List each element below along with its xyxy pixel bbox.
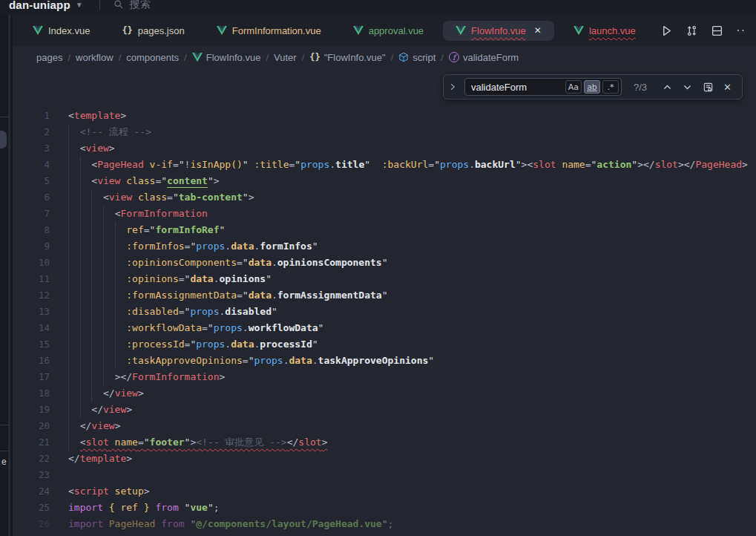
code-line-12[interactable]: 12:formAssignmentData="data.formAssignme… [13,287,756,304]
code-text: :formAssignmentData="data.formAssignment… [68,287,388,304]
title-bar: dan-uniapp ▼ 搜索 [0,0,756,15]
line-number: 25 [13,500,50,516]
breadcrumb-item[interactable]: fvalidateForm [449,52,519,63]
code-line-5[interactable]: 5<view class="content"> [13,173,756,189]
line-number: 22 [13,451,50,467]
code-line-1[interactable]: 1<template> [13,108,756,124]
code-line-4[interactable]: 4<PageHead v-if="!isInApp()" :title="pro… [13,157,756,173]
compare-changes-icon[interactable] [686,24,698,37]
breadcrumb-item[interactable]: components [126,52,179,63]
braces-icon: {} [122,25,132,36]
code-line-13[interactable]: 13:disabled="props.disabled" [13,304,756,320]
find-option-whole-word[interactable]: ab [584,80,600,94]
indent-guide [68,336,80,353]
breadcrumb-label: script [412,52,435,63]
code-line-26[interactable]: 26import PageHead from "@/components/lay… [13,516,756,532]
code-line-18[interactable]: 18</view> [13,385,756,402]
indent-guide [68,140,80,157]
code-line-11[interactable]: 11:opinions="data.opinions" [13,271,756,287]
indent-guide [68,402,80,418]
indent-guide [68,124,80,140]
sidebar-strip[interactable]: e [0,15,10,536]
indent-guide [103,222,115,238]
indent-guide [80,369,92,385]
indent-guide [115,238,127,255]
breadcrumb-item[interactable]: pages [36,52,62,63]
code-line-6[interactable]: 6<view class="tab-content"> [13,189,756,206]
code-editor[interactable]: validateForm Aaab.* ?/3 ✕ 1<template>2<!… [13,68,756,536]
find-in-selection-icon[interactable] [700,82,716,93]
project-selector[interactable]: dan-uniapp [9,0,70,11]
code-line-14[interactable]: 14:workflowData="props.workflowData" [13,320,756,336]
breadcrumb: pages/workflow/components/FlowInfo.vue/V… [13,46,756,68]
code-text: </view> [68,402,132,418]
breadcrumb-item[interactable]: FlowInfo.vue [192,52,261,63]
code-line-8[interactable]: 8ref="formInfoRef" [13,222,756,238]
code-text: ref="formInfoRef" [68,222,225,238]
code-line-9[interactable]: 9:formInfos="props.data.formInfos" [13,238,756,255]
line-number: 17 [13,369,50,385]
find-input[interactable]: validateForm Aaab.* [464,78,622,96]
code-text: import { ref } from "vue"; [68,500,220,516]
run-icon[interactable] [660,24,673,37]
breadcrumb-item[interactable]: workflow [76,52,114,63]
breadcrumb-separator: / [184,52,187,63]
breadcrumb-item[interactable]: Vuter [274,52,297,63]
tab-launch-vue[interactable]: launch.vue [561,21,648,41]
indent-guide [68,271,80,287]
indent-guide [91,353,103,369]
find-option-match-case[interactable]: Aa [565,80,582,94]
tab-approval-vue[interactable]: approval.vue [341,21,436,41]
line-number: 12 [13,287,50,304]
code-line-25[interactable]: 25import { ref } from "vue"; [13,500,756,516]
divider [99,0,100,10]
divider [0,425,9,425]
sidebar-selected-item[interactable] [0,131,7,148]
code-text: <slot name="footer"><!-- 审批意见 --></slot> [68,434,327,451]
indent-guide [80,173,92,189]
split-editor-icon[interactable] [711,24,723,37]
indent-guide [80,402,92,418]
tab-forminformation-vue[interactable]: FormInformation.vue [204,21,334,41]
tab-label: FormInformation.vue [232,25,321,36]
next-match-icon[interactable] [680,82,694,92]
line-number: 8 [13,222,50,238]
breadcrumb-item[interactable]: script [398,52,435,63]
code-line-7[interactable]: 7<FormInformation [13,206,756,222]
code-line-17[interactable]: 17></FormInformation> [13,369,756,385]
code-line-22[interactable]: 22</template> [13,451,756,467]
breadcrumb-separator: / [68,52,70,63]
code-line-2[interactable]: 2<!-- 流程 --> [13,124,756,140]
find-query[interactable]: validateForm [471,82,563,93]
tab-index-vue[interactable]: Index.vue [20,21,102,41]
code-line-3[interactable]: 3<view> [13,140,756,157]
indent-guide [103,369,115,385]
code-line-19[interactable]: 19</view> [13,402,756,418]
more-actions-icon[interactable]: ·· [736,24,746,37]
previous-match-icon[interactable] [660,82,674,92]
tab-pages-json[interactable]: {}pages.json [109,21,197,41]
indent-guide [68,385,80,402]
code-line-15[interactable]: 15:processId="props.data.processId" [13,336,756,353]
code-line-23[interactable]: 23 [13,467,756,483]
code-line-24[interactable]: 24<script setup> [13,483,756,500]
close-tab-icon[interactable]: ✕ [534,25,542,36]
code-text: :taskApproveOpinions="props.data.taskApp… [68,353,434,369]
tab-label: pages.json [138,25,185,36]
global-search[interactable]: 搜索 [114,0,151,11]
code-line-20[interactable]: 20</view> [13,418,756,434]
code-area[interactable]: 1<template>2<!-- 流程 -->3<view>4<PageHead… [13,68,756,532]
find-option-regex[interactable]: .* [602,80,619,94]
toggle-replace-icon[interactable] [447,82,458,91]
indent-guide [80,320,92,336]
close-find-icon[interactable]: ✕ [722,82,733,93]
indent-guide [68,173,80,189]
tab-flowinfo-vue[interactable]: FlowInfo.vue✕ [443,21,554,41]
breadcrumb-separator: / [302,52,305,63]
code-line-10[interactable]: 10:opinionsComponents="data.opinionsComp… [13,255,756,271]
code-line-16[interactable]: 16:taskApproveOpinions="props.data.taskA… [13,353,756,369]
indent-guide [91,238,103,255]
indent-guide [103,271,115,287]
breadcrumb-item[interactable]: {}"FlowInfo.vue" [309,52,385,63]
code-line-21[interactable]: 21<slot name="footer"><!-- 审批意见 --></slo… [13,434,756,451]
